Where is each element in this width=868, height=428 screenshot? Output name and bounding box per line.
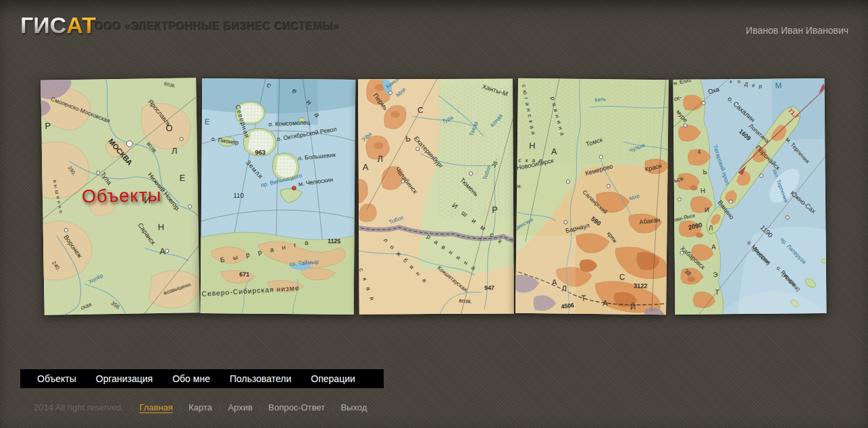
company-subtitle: ООО «ЭЛЕКТРОННЫЕ БИЗНЕС СИСТЕМЫ» (95, 21, 340, 33)
svg-text:С: С (619, 272, 626, 282)
nav-item-objects[interactable]: Объекты (37, 373, 76, 384)
svg-text:Л: Л (709, 224, 713, 232)
svg-text:Л: Л (561, 284, 567, 293)
svg-text:А: А (159, 246, 165, 257)
map-image-severnaya-zemlya: сенаЕСевернаяЗемляо. Комсомолецо. Пионер… (201, 78, 356, 315)
footer: 2014 All right reserved. | Главная | Кар… (34, 402, 367, 412)
footer-link-archive[interactable]: Архив (228, 402, 252, 412)
svg-text:Е: Е (205, 117, 210, 126)
svg-text:А: А (551, 146, 557, 156)
svg-text:А: А (552, 277, 557, 287)
svg-text:С: С (417, 105, 424, 115)
svg-text:А: А (711, 243, 716, 250)
footer-separator: | (219, 402, 221, 412)
svg-text:Н: Н (529, 140, 535, 151)
footer-link-home[interactable]: Главная (139, 402, 172, 412)
svg-text:Ь: Ь (703, 168, 707, 176)
footer-link-exit[interactable]: Выход (340, 402, 367, 412)
map-panel-altai[interactable]: с ю г а н с к а яр а в н и н аКетьНАс к … (515, 78, 669, 315)
map-image-ural: Камскоевдхр.ПермьХанты-МСЬЛАТураТавдаКон… (358, 78, 514, 314)
svg-text:Э: Э (713, 271, 717, 278)
svg-text:А: А (363, 162, 369, 172)
bottom-nav-bar: Объекты Организация Обо мне Пользователи… (20, 369, 384, 388)
copyright-text: 2014 All right reserved. (34, 402, 124, 412)
svg-text:Р: Р (492, 205, 498, 215)
footer-separator: | (130, 402, 132, 412)
map-panel-ural[interactable]: Камскоевдхр.ПермьХанты-МСЬЛАТураТавдаКон… (358, 78, 514, 314)
svg-text:Н: Н (700, 187, 705, 194)
svg-text:110: 110 (233, 192, 244, 199)
svg-text:м.: м. (517, 183, 522, 189)
svg-text:Н: Н (158, 222, 165, 232)
footer-link-qa[interactable]: Вопрос-Ответ (268, 402, 325, 412)
svg-text:возв.: возв. (459, 297, 472, 305)
svg-text:Т: Т (715, 288, 719, 296)
svg-text:О: О (165, 123, 172, 133)
map-panel-sakhalin[interactable]: м. Елиз.к оД е рМОхаск-мурео. Сахалин71,… (673, 78, 826, 315)
map-image-sakhalin: м. Елиз.к оД е рМОхаск-мурео. Сахалин71,… (673, 78, 826, 315)
logo-text-accent: АТ (66, 12, 96, 38)
svg-text:М: М (775, 80, 782, 90)
nav-item-operations[interactable]: Операции (311, 373, 355, 384)
panel-overlay-label-objects[interactable]: Объекты (82, 185, 162, 207)
nav-item-about-me[interactable]: Обо мне (172, 373, 210, 384)
footer-separator: | (332, 402, 334, 412)
logo-text-primary: ГИС (20, 12, 66, 38)
svg-text:Е: Е (179, 173, 185, 183)
svg-text:Й: Й (630, 302, 636, 311)
map-panel-moscow-region[interactable]: 6036.Смоленско-МосковскаяЯрославльвозв.М… (41, 78, 199, 315)
map-panel-severnaya-zemlya[interactable]: сенаЕСевернаяЗемляо. Комсомолецо. Пионер… (201, 78, 356, 315)
footer-separator: | (259, 402, 261, 412)
nav-item-users[interactable]: Пользователи (230, 373, 291, 384)
svg-text:Р: Р (45, 121, 51, 131)
svg-text:к о: к о (730, 78, 742, 84)
svg-text:947: 947 (484, 284, 494, 291)
footer-link-map[interactable]: Карта (188, 402, 212, 412)
svg-text:Т: Т (581, 294, 586, 303)
svg-text:1125: 1125 (328, 238, 340, 244)
svg-text:3122: 3122 (634, 282, 648, 289)
svg-text:А: А (603, 298, 608, 308)
svg-text:Л: Л (378, 154, 384, 164)
nav-item-organization[interactable]: Организация (96, 373, 153, 384)
svg-text:Ь: Ь (405, 134, 411, 143)
svg-text:Л: Л (172, 146, 178, 156)
app-logo[interactable]: ГИСАТ (20, 12, 96, 38)
svg-text:4: 4 (697, 149, 700, 155)
svg-text:И: И (705, 206, 709, 213)
map-image-altai: с ю г а н с к а яр а в н и н аКетьНАс к … (515, 78, 669, 315)
svg-text:671: 671 (239, 271, 249, 277)
footer-separator: | (180, 402, 182, 412)
page: ГИСАТ ООО «ЭЛЕКТРОННЫЕ БИЗНЕС СИСТЕМЫ» И… (0, 0, 868, 428)
current-user-name: Иванов Иван Иванович (746, 25, 848, 36)
svg-text:963: 963 (255, 149, 265, 156)
